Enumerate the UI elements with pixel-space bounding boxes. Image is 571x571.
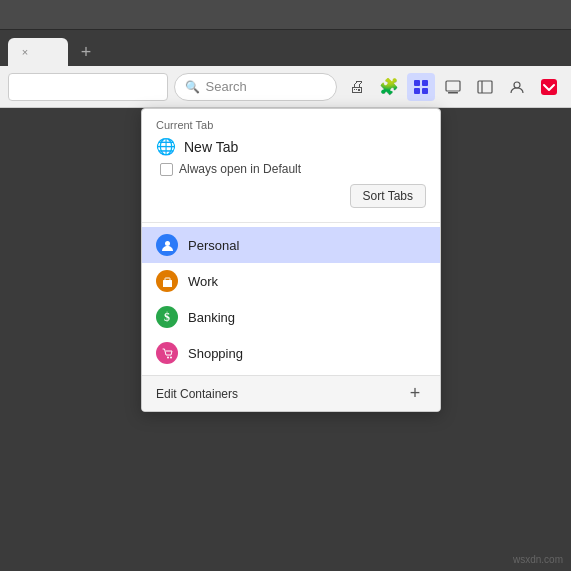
svg-rect-2 (414, 88, 420, 94)
browser-window: × + 🔍 Search 🖨 🧩 (0, 0, 571, 108)
work-label: Work (188, 274, 218, 289)
work-icon (156, 270, 178, 292)
shopping-label: Shopping (188, 346, 243, 361)
panel-header: Current Tab 🌐 New Tab Always open in Def… (142, 109, 440, 223)
new-tab-label: New Tab (184, 139, 238, 155)
svg-rect-9 (541, 79, 557, 95)
browser-chrome (0, 0, 571, 30)
svg-rect-4 (446, 81, 460, 91)
svg-rect-6 (478, 81, 492, 93)
url-bar[interactable] (8, 73, 168, 101)
new-tab-row: 🌐 New Tab (156, 137, 426, 156)
containers-dropdown: Current Tab 🌐 New Tab Always open in Def… (141, 108, 441, 412)
containers-icon[interactable] (407, 73, 435, 101)
svg-rect-5 (448, 92, 458, 94)
search-placeholder: Search (206, 79, 247, 94)
watermark: wsxdn.com (513, 554, 563, 565)
active-tab[interactable]: × (8, 38, 68, 66)
container-item-work[interactable]: Work (142, 263, 440, 299)
nav-bar: 🔍 Search 🖨 🧩 (0, 66, 571, 108)
panel-footer: Edit Containers + (142, 375, 440, 411)
personal-label: Personal (188, 238, 239, 253)
always-open-label: Always open in Default (179, 162, 301, 176)
sort-tabs-button[interactable]: Sort Tabs (350, 184, 426, 208)
banking-label: Banking (188, 310, 235, 325)
search-icon: 🔍 (185, 80, 200, 94)
container-item-shopping[interactable]: Shopping (142, 335, 440, 371)
container-item-personal[interactable]: Personal (142, 227, 440, 263)
print-icon[interactable]: 🖨 (343, 73, 371, 101)
svg-point-10 (165, 241, 170, 246)
always-open-checkbox[interactable] (160, 163, 173, 176)
tab-close-button[interactable]: × (18, 45, 32, 59)
search-bar[interactable]: 🔍 Search (174, 73, 338, 101)
shopping-icon (156, 342, 178, 364)
globe-icon: 🌐 (156, 137, 176, 156)
personal-icon (156, 234, 178, 256)
container-list: Personal Work $ Banking (142, 223, 440, 375)
edit-containers-button[interactable]: Edit Containers (156, 387, 238, 401)
synced-tabs-icon[interactable] (439, 73, 467, 101)
pocket-icon[interactable] (535, 73, 563, 101)
always-open-row: Always open in Default (160, 162, 426, 176)
svg-point-8 (514, 82, 520, 88)
svg-rect-3 (422, 88, 428, 94)
svg-point-14 (170, 356, 172, 358)
puzzle-icon[interactable]: 🧩 (375, 73, 403, 101)
svg-point-13 (167, 356, 169, 358)
svg-rect-12 (165, 278, 170, 281)
svg-rect-0 (414, 80, 420, 86)
banking-icon: $ (156, 306, 178, 328)
add-container-button[interactable]: + (404, 383, 426, 405)
sort-tabs-row: Sort Tabs (156, 184, 426, 216)
sidebar-icon[interactable] (471, 73, 499, 101)
account-icon[interactable] (503, 73, 531, 101)
svg-rect-1 (422, 80, 428, 86)
current-tab-label: Current Tab (156, 119, 426, 131)
tab-bar: × + (0, 30, 571, 66)
container-item-banking[interactable]: $ Banking (142, 299, 440, 335)
new-tab-button[interactable]: + (72, 38, 100, 66)
nav-icons: 🖨 🧩 (343, 73, 563, 101)
